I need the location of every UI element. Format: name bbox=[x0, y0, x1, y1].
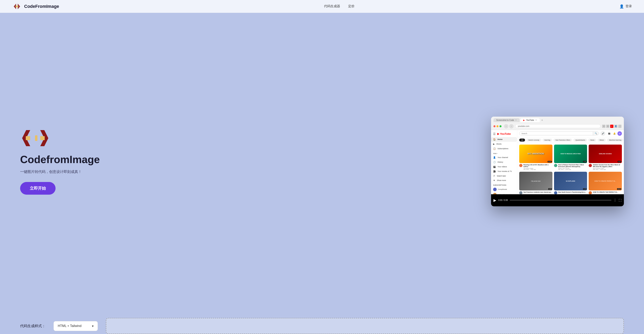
yt-topbar-icons: 🎬 🔔 U bbox=[607, 131, 622, 136]
tab1-label: Screenshot to Code bbox=[496, 119, 514, 121]
back-btn[interactable]: ‹ bbox=[504, 124, 508, 128]
duration-5: 6:48 bbox=[583, 188, 587, 190]
extensions-icon[interactable]: ⊞ bbox=[606, 125, 610, 128]
login-label[interactable]: 登录 bbox=[626, 4, 632, 8]
hero-subtitle: 一键图片转代码，创意设计即刻成真！ bbox=[20, 169, 105, 175]
card-info-5: How South Korea is Transforming Into a..… bbox=[554, 191, 587, 194]
settings-icon[interactable]: ⋯ bbox=[618, 125, 622, 128]
hamburger-icon[interactable]: ☰ bbox=[493, 132, 496, 136]
bookmark-icon[interactable]: ★ bbox=[602, 125, 605, 128]
channel-avatar-4 bbox=[519, 191, 522, 194]
card-title-2: How to Reduce Foot Arch Pain- 5 Best Exe… bbox=[558, 164, 587, 168]
nav-item-movies-tv[interactable]: 🎥 Your movies & TV bbox=[491, 169, 517, 174]
yt-icon[interactable]: ▶ bbox=[610, 125, 614, 128]
dot-maximize[interactable] bbox=[500, 125, 502, 127]
browser-tab-1[interactable]: Screenshot to Code ✕ bbox=[494, 118, 520, 122]
yt-thumb-4: City aerial view 3:25 bbox=[519, 172, 552, 190]
yt-video-card-1[interactable]: NYC MARATHON 18:33 Running 2:53 at NYC M… bbox=[519, 145, 552, 170]
navbar-right[interactable]: 👤 登录 bbox=[620, 4, 632, 9]
yt-thumb-6: HOW TO CREATE PERFECT ID... 18:15 bbox=[589, 172, 622, 190]
yt-video-card-2[interactable]: HOW TO REDUCE ARCH PAIN 5:46 How to Redu… bbox=[554, 145, 587, 170]
nav-link-code-gen[interactable]: 代码生成器 bbox=[324, 4, 340, 8]
card-text-5: How South Korea is Transforming Into a..… bbox=[558, 191, 586, 193]
nav-movies-tv-label: Your movies & TV bbox=[498, 170, 512, 172]
forward-btn[interactable]: › bbox=[509, 124, 514, 128]
chip-all[interactable]: All bbox=[519, 139, 525, 142]
new-tab-btn[interactable]: + bbox=[541, 118, 543, 122]
yt-thumb-3: SIDELINE SOUNDS 5:27 bbox=[589, 145, 622, 163]
yt-video-card-4[interactable]: City aerial view 3:25 San Francisco resi… bbox=[519, 172, 552, 194]
nav-item-watch-later[interactable]: ⏱ Watch later bbox=[491, 174, 517, 178]
yt-notification-icon[interactable]: 🔔 bbox=[612, 131, 617, 136]
yt-search-button[interactable]: 🔍 bbox=[593, 132, 599, 135]
yt-sidebar: ☰ ▶ YouTube 🏠 Home ▶ Shorts 📋 Subscripti… bbox=[491, 130, 517, 194]
yt-search-bar: 🔍 bbox=[519, 131, 599, 135]
sub-label-1: CoreyMsstat bbox=[498, 188, 507, 190]
yt-video-card-5[interactable]: NJ EXPLAINS 6:48 How South Korea is Tran… bbox=[554, 172, 587, 194]
code-drop-area[interactable] bbox=[106, 318, 624, 334]
nav-your-channel-label: Your channel bbox=[498, 156, 508, 158]
chip-sketch-comedy[interactable]: Sketch comedy bbox=[526, 139, 541, 142]
nav-item-show-more[interactable]: ▼ Show more bbox=[491, 178, 517, 183]
yt-mic-button[interactable]: 🎤 bbox=[600, 131, 605, 136]
nav-item-subscriptions[interactable]: 📋 Subscriptions bbox=[491, 146, 517, 151]
yt-user-avatar[interactable]: U bbox=[618, 131, 622, 136]
yt-logo-row: ☰ ▶ YouTube bbox=[491, 131, 517, 137]
channel-avatar-1 bbox=[519, 164, 522, 167]
card-info-1: Running 2:53 at NYC Marathon with a GoPr… bbox=[519, 164, 552, 170]
yt-thumb-5: NJ EXPLAINS 6:48 bbox=[554, 172, 587, 190]
nav-subscriptions-label: Subscriptions bbox=[498, 148, 508, 150]
yt-create-icon[interactable]: 🎬 bbox=[607, 131, 612, 136]
browser-controls: ‹ › youtube.com ★ ⊞ ▶ 👤 ⋯ bbox=[494, 123, 622, 130]
more-options-icon[interactable]: ⋮ bbox=[614, 198, 617, 202]
play-button[interactable]: ▶ bbox=[494, 198, 496, 203]
sub-item-2[interactable]: B tald and bankrupt + bbox=[491, 192, 517, 194]
yt-search-input[interactable] bbox=[520, 132, 593, 135]
chip-machine-learning[interactable]: Machine learning bbox=[607, 139, 623, 142]
chip-learning[interactable]: learning bbox=[542, 139, 552, 142]
fullscreen-icon[interactable]: ⛶ bbox=[619, 199, 622, 202]
tab1-close[interactable]: ✕ bbox=[515, 119, 517, 121]
dot-close[interactable] bbox=[494, 125, 496, 127]
chip-mixes[interactable]: Mixes bbox=[598, 139, 606, 142]
tab2-close[interactable]: ✕ bbox=[535, 119, 537, 121]
nav-item-your-videos[interactable]: 🎬 Your videos bbox=[491, 164, 517, 169]
you-section-label: You › bbox=[491, 151, 517, 155]
user-icon: 👤 bbox=[620, 4, 624, 9]
hero-section: CodefromImage 一键图片转代码，创意设计即刻成真！ 立即开始 Scr… bbox=[0, 13, 644, 310]
nav-link-pricing[interactable]: 定价 bbox=[348, 4, 354, 8]
nav-item-history[interactable]: 🕐 History bbox=[491, 160, 517, 164]
hero-logo-wrap bbox=[20, 128, 105, 149]
video-time: 0:00 / 0:08 bbox=[498, 199, 508, 201]
svg-rect-5 bbox=[40, 136, 45, 140]
nav-item-home[interactable]: 🏠 Home bbox=[491, 137, 517, 142]
chip-quarterbacks[interactable]: Quarterbacks bbox=[573, 139, 587, 142]
chip-news[interactable]: News bbox=[588, 139, 596, 142]
home-icon: 🏠 bbox=[493, 138, 496, 141]
code-style-select[interactable]: HTML + Tailwind ▾ bbox=[54, 321, 98, 331]
card-text-2: How to Reduce Foot Arch Pain- 5 Best Exe… bbox=[558, 164, 587, 170]
movies-tv-icon: 🎥 bbox=[493, 170, 496, 173]
nav-item-shorts[interactable]: ▶ Shorts bbox=[491, 142, 517, 146]
history-icon: 🕐 bbox=[493, 161, 496, 163]
card-views-1: 42K views · 7 days ago bbox=[524, 169, 536, 170]
dot-minimize[interactable] bbox=[496, 125, 498, 127]
sub-item-1[interactable]: C CoreyMsstat bbox=[491, 187, 517, 192]
yt-video-card-6[interactable]: HOW TO CREATE PERFECT ID... 18:15 HOW TO… bbox=[589, 172, 622, 194]
yt-video-card-3[interactable]: SIDELINE SOUNDS 5:27 Sideline Sounds fro… bbox=[589, 145, 622, 170]
bottom-section: 代码生成样式： HTML + Tailwind ▾ bbox=[0, 310, 644, 334]
browser-tab-2[interactable]: ▶ YouTube ✕ bbox=[520, 118, 540, 122]
yt-chips: All Sketch comedy learning San Francisco… bbox=[517, 137, 624, 143]
chip-sf49ers[interactable]: San Francisco 49ers bbox=[554, 139, 572, 142]
navbar: CodeFromImage 代码生成器 定价 👤 登录 bbox=[0, 0, 644, 13]
url-bar[interactable]: youtube.com bbox=[515, 124, 600, 128]
progress-bar[interactable] bbox=[510, 200, 612, 201]
your-videos-icon: 🎬 bbox=[493, 165, 496, 168]
card-info-4: San Francisco residents near cleared-up.… bbox=[519, 191, 552, 194]
hero-logo-icon bbox=[20, 128, 52, 148]
nav-item-your-channel[interactable]: 👤 Your channel bbox=[491, 155, 517, 160]
browser-toolbar-icons: ★ ⊞ ▶ 👤 ⋯ bbox=[602, 125, 622, 128]
card-title-5: How South Korea is Transforming Into a..… bbox=[558, 191, 586, 193]
profile-icon[interactable]: 👤 bbox=[614, 125, 618, 128]
hero-cta-button[interactable]: 立即开始 bbox=[20, 182, 56, 195]
